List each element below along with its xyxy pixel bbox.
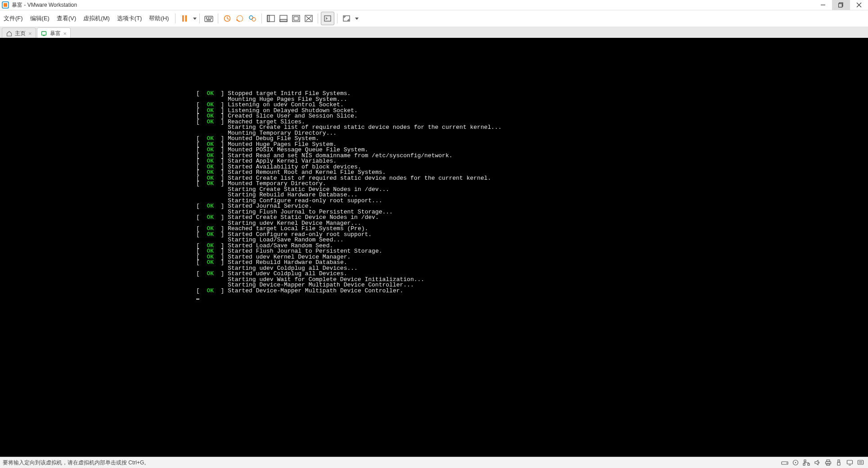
window-close-button[interactable] bbox=[850, 0, 868, 10]
power-button-group[interactable] bbox=[178, 12, 197, 25]
svg-point-35 bbox=[787, 463, 787, 463]
tab-guest-label: 暴富 bbox=[50, 30, 61, 37]
svg-rect-10 bbox=[206, 18, 207, 19]
status-hint: 要将输入定向到该虚拟机，请在虚拟机内部单击或按 Ctrl+G。 bbox=[0, 459, 781, 467]
vm-icon bbox=[41, 30, 47, 36]
svg-rect-45 bbox=[837, 462, 840, 465]
svg-rect-39 bbox=[803, 463, 805, 465]
toolbar-separator bbox=[337, 14, 337, 23]
svg-rect-43 bbox=[827, 463, 830, 465]
boot-log: [ OK ] Stopped target Initrd File System… bbox=[196, 91, 502, 300]
console-view-button[interactable] bbox=[321, 12, 334, 25]
svg-rect-12 bbox=[211, 18, 212, 19]
svg-rect-40 bbox=[808, 463, 810, 465]
menu-help[interactable]: 帮助(H) bbox=[145, 10, 172, 27]
svg-point-20 bbox=[252, 18, 256, 21]
tab-close-icon[interactable]: × bbox=[63, 31, 67, 36]
cd-icon[interactable] bbox=[792, 459, 800, 467]
tab-guest[interactable]: 暴富 × bbox=[37, 27, 71, 39]
send-ctrl-alt-del-button[interactable] bbox=[202, 12, 215, 25]
stretch-guest-button[interactable] bbox=[290, 12, 302, 25]
boot-log-line: [ OK ] Started Device-Mapper Multipath D… bbox=[196, 288, 502, 294]
fullscreen-button-group[interactable] bbox=[340, 12, 359, 25]
svg-rect-8 bbox=[185, 15, 187, 22]
menu-vm[interactable]: 虚拟机(M) bbox=[80, 10, 113, 27]
svg-rect-9 bbox=[205, 16, 213, 22]
window-minimize-button[interactable] bbox=[814, 0, 832, 10]
chevron-down-icon[interactable] bbox=[355, 18, 359, 20]
vmware-app-icon bbox=[2, 1, 9, 9]
fullscreen-icon[interactable] bbox=[340, 12, 353, 25]
svg-rect-33 bbox=[43, 35, 45, 36]
unity-mode-button[interactable] bbox=[302, 12, 315, 25]
printer-icon[interactable] bbox=[824, 459, 832, 467]
snapshot-manager-button[interactable] bbox=[246, 12, 259, 25]
show-bottombar-button[interactable] bbox=[277, 12, 290, 25]
tab-close-icon[interactable]: × bbox=[28, 31, 32, 36]
tabstrip: 主页 × 暴富 × bbox=[0, 27, 868, 39]
svg-rect-13 bbox=[207, 19, 211, 21]
svg-rect-1 bbox=[4, 3, 7, 7]
sound-icon[interactable] bbox=[813, 459, 821, 467]
svg-point-37 bbox=[795, 462, 796, 463]
menu-tabs[interactable]: 选项卡(T) bbox=[113, 10, 146, 27]
svg-rect-44 bbox=[838, 460, 840, 462]
toolbar-separator bbox=[175, 14, 175, 23]
svg-rect-22 bbox=[267, 15, 270, 22]
status-device-icons bbox=[781, 459, 868, 467]
usb-icon[interactable] bbox=[835, 459, 843, 467]
menubar: 文件(F) 编辑(E) 查看(V) 虚拟机(M) 选项卡(T) 帮助(H) bbox=[0, 10, 868, 27]
toolbar-separator bbox=[199, 14, 200, 23]
message-log-icon[interactable] bbox=[856, 459, 864, 467]
tab-home[interactable]: 主页 × bbox=[2, 27, 36, 39]
toolbar-separator bbox=[261, 14, 262, 23]
toolbar-separator bbox=[318, 14, 318, 23]
chevron-down-icon[interactable] bbox=[193, 18, 197, 20]
svg-rect-24 bbox=[280, 19, 287, 22]
home-icon bbox=[6, 30, 12, 36]
window-title: 暴富 - VMware Workstation bbox=[12, 1, 77, 9]
window-maximize-button[interactable] bbox=[832, 0, 850, 10]
snapshot-take-button[interactable] bbox=[221, 12, 234, 25]
display-icon[interactable] bbox=[846, 459, 854, 467]
guest-console[interactable]: [ OK ] Stopped target Initrd File System… bbox=[0, 38, 868, 457]
svg-rect-4 bbox=[839, 4, 842, 7]
tab-home-label: 主页 bbox=[15, 30, 26, 37]
svg-rect-46 bbox=[847, 460, 852, 464]
menu-file[interactable]: 文件(F) bbox=[0, 10, 27, 27]
statusbar: 要将输入定向到该虚拟机，请在虚拟机内部单击或按 Ctrl+G。 bbox=[0, 457, 868, 468]
snapshot-revert-button[interactable] bbox=[234, 12, 246, 25]
harddisk-icon[interactable] bbox=[781, 459, 789, 467]
svg-rect-38 bbox=[804, 460, 806, 462]
svg-line-16 bbox=[227, 18, 229, 19]
cursor-line bbox=[196, 294, 502, 300]
svg-rect-7 bbox=[182, 15, 184, 22]
svg-rect-48 bbox=[858, 460, 863, 464]
pause-icon[interactable] bbox=[178, 12, 191, 25]
svg-rect-26 bbox=[294, 17, 298, 20]
svg-rect-32 bbox=[42, 32, 46, 35]
menu-view[interactable]: 查看(V) bbox=[53, 10, 80, 27]
menu-edit[interactable]: 编辑(E) bbox=[27, 10, 53, 27]
network-icon[interactable] bbox=[802, 459, 810, 467]
show-sidebar-button[interactable] bbox=[265, 12, 277, 25]
titlebar: 暴富 - VMware Workstation bbox=[0, 0, 868, 10]
svg-rect-11 bbox=[208, 18, 210, 19]
toolbar-separator bbox=[218, 14, 218, 23]
